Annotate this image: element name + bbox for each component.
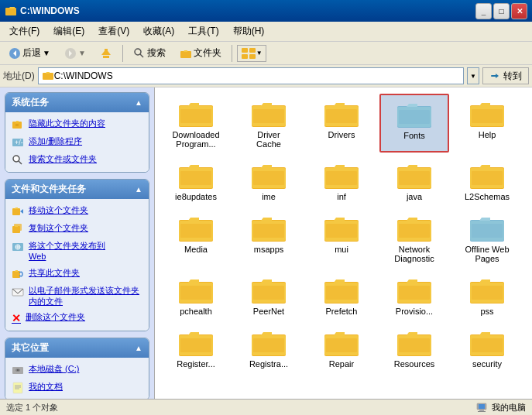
sidebar-item-web[interactable]: 将这个文件夹发布到Web [5,238,149,265]
file-item[interactable]: Media [161,208,231,267]
go-arrow-icon [489,70,500,81]
file-item-label: L2Schemas [465,192,510,201]
folder-icon [250,98,287,129]
file-item[interactable]: msapps [234,208,304,267]
file-item[interactable]: Repair [307,323,376,372]
menu-favorites[interactable]: 收藏(A) [137,23,180,39]
menu-tools[interactable]: 工具(T) [182,23,225,39]
file-item[interactable]: java [379,156,449,205]
forward-dropdown-icon[interactable]: ▼ [78,49,86,57]
other-places-collapse-icon: ▲ [135,344,142,352]
maximize-button[interactable]: □ [493,3,510,19]
file-item-label: inf [337,192,346,201]
folders-icon [180,47,192,60]
svg-rect-72 [180,171,211,185]
back-button[interactable]: 后退 ▼ [3,44,56,62]
computer-icon [476,403,489,413]
svg-line-28 [19,161,22,164]
svg-rect-104 [399,224,430,238]
file-item[interactable]: pss [452,270,522,320]
svg-rect-140 [326,338,357,352]
system-tasks-header[interactable]: 系统任务 ▲ [5,93,149,112]
file-item[interactable]: Provisio... [379,270,449,320]
folder-icon [250,159,287,190]
file-item[interactable]: mui [307,208,376,267]
go-button[interactable]: 转到 [482,67,529,84]
file-item[interactable]: Fonts [379,94,449,153]
up-button[interactable] [94,45,118,62]
system-tasks-body: 隐藏此文件夹的内容 +/- 添加/删除程序 搜索文件或文件夹 [5,112,149,172]
search-button[interactable]: 搜索 [128,44,171,62]
menu-help[interactable]: 帮助(H) [227,23,271,39]
title-bar-buttons: _ □ ✕ [475,3,527,19]
file-item-label: PeerNet [253,307,284,316]
svg-rect-68 [472,109,503,123]
file-item[interactable]: pchealth [161,270,231,320]
web-icon [12,241,24,253]
sidebar-item-mydocs[interactable]: 我的文档 [5,379,149,396]
sidebar-item-drive[interactable]: 本地磁盘 (C:) [5,361,149,379]
folder-icon [469,327,506,358]
sidebar-item-delete[interactable]: ✕ 删除这个文件夹 [5,309,149,328]
address-input[interactable] [54,70,460,81]
other-places-header[interactable]: 其它位置 ▲ [5,338,149,358]
file-item[interactable]: Network Diagnostic [379,208,449,267]
file-item[interactable]: ie8updates [161,156,231,205]
back-dropdown-icon[interactable]: ▼ [43,49,50,57]
file-item[interactable]: Offline Web Pages [452,208,522,267]
sidebar-item-copy[interactable]: 复制这个文件夹 [5,220,149,238]
file-item[interactable]: Register... [161,323,231,372]
file-item[interactable]: ime [234,156,304,205]
address-dropdown[interactable]: ▼ [467,67,479,84]
menu-file[interactable]: 文件(F) [3,23,46,39]
file-item[interactable]: Prefetch [307,270,376,320]
sidebar-item-share[interactable]: 共享此文件夹 [5,265,149,283]
view-button[interactable]: ▼ [237,45,266,62]
sidebar-section-system-tasks: 系统任务 ▲ 隐藏此文件夹的内容 +/- 添加 [5,92,149,173]
address-folder-icon [42,70,54,81]
menu-view[interactable]: 查看(V) [92,23,136,39]
file-tasks-header[interactable]: 文件和文件夹任务 ▲ [5,180,149,199]
view-dropdown-icon[interactable]: ▼ [256,50,263,57]
file-item[interactable]: Drivers [307,94,376,153]
svg-rect-150 [479,404,485,409]
sidebar-item-hide[interactable]: 隐藏此文件夹的内容 [5,115,149,133]
svg-rect-15 [249,48,256,53]
share-icon [12,268,24,280]
sidebar-item-addremove[interactable]: +/- 添加/删除程序 [5,133,149,151]
file-item[interactable]: Help [452,94,522,153]
file-item[interactable]: inf [307,156,376,205]
menu-edit[interactable]: 编辑(E) [47,23,91,39]
file-item[interactable]: PeerNet [234,270,304,320]
sidebar-item-move[interactable]: 移动这个文件夹 [5,202,149,220]
copy-icon [12,223,24,235]
sidebar-item-search[interactable]: 搜索文件或文件夹 [5,151,149,169]
forward-button[interactable]: ▼ [59,45,91,62]
system-tasks-collapse-icon: ▲ [135,98,142,107]
file-item[interactable]: Downloaded Program... [161,94,231,153]
file-item[interactable]: Registra... [234,323,304,372]
folder-icon [469,159,506,190]
close-button[interactable]: ✕ [511,3,527,19]
file-item[interactable]: Resources [379,323,449,372]
svg-point-10 [135,49,141,55]
svg-rect-45 [13,382,22,393]
svg-point-27 [13,156,19,162]
minimize-button[interactable]: _ [475,3,492,19]
file-item-label: Resources [394,359,435,369]
svg-marker-31 [20,209,23,214]
file-tasks-body: 移动这个文件夹 复制这个文件夹 [5,199,149,331]
svg-rect-18 [43,73,53,80]
folder-icon [250,274,287,305]
file-item[interactable]: L2Schemas [452,156,522,205]
file-item[interactable]: security [452,323,522,372]
svg-text:+/-: +/- [15,139,23,146]
folder-icon [469,98,506,129]
move-icon [12,205,24,218]
folders-button[interactable]: 文件夹 [174,44,227,62]
sidebar-share-label: 共享此文件夹 [29,267,142,278]
status-right: 我的电脑 [476,402,526,413]
file-item[interactable]: Driver Cache [234,94,304,153]
sidebar-item-email[interactable]: 以电子邮件形式发送该文件夹内的文件 [5,283,149,310]
file-item-label: pss [480,307,493,316]
